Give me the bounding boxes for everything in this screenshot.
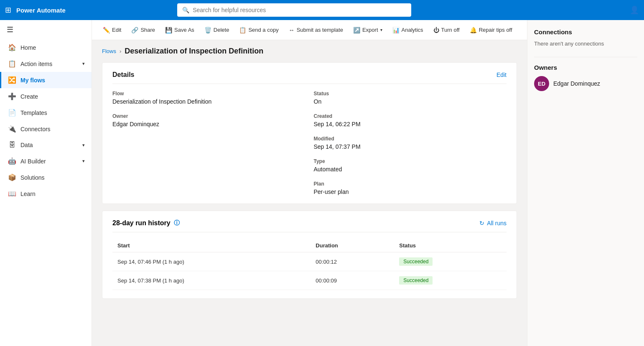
details-title: Details	[112, 71, 134, 79]
learn-icon: 📖	[8, 190, 16, 198]
detail-owner: Owner Edgar Dominquez	[112, 113, 305, 127]
status-badge: Succeeded	[399, 257, 433, 266]
sidebar-item-label: Data	[20, 142, 33, 148]
run-table: Start Duration Status Sep 14, 07:46 PM (…	[112, 239, 507, 290]
detail-type: Type Automated	[314, 158, 507, 173]
analytics-icon: 📊	[392, 27, 400, 33]
analytics-button[interactable]: 📊 Analytics	[388, 24, 428, 36]
topbar-user-icon[interactable]: 👤	[630, 5, 639, 15]
breadcrumb-current: Deserialization of Inspection Definition	[125, 47, 263, 56]
sidebar-item-home[interactable]: 🏠 Home	[0, 39, 92, 56]
search-bar[interactable]: 🔍	[177, 3, 411, 17]
detail-flow: Flow Deserialization of Inspection Defin…	[112, 91, 305, 105]
connectors-icon: 🔌	[8, 125, 16, 133]
sidebar-item-solutions[interactable]: 📦 Solutions	[0, 169, 92, 186]
breadcrumb-separator: ›	[120, 48, 121, 54]
share-icon: 🔗	[131, 27, 138, 33]
sidebar-item-create[interactable]: ➕ Create	[0, 88, 92, 104]
run-history-title-text: 28-day run history	[112, 219, 171, 227]
connections-section: Connections There aren't any connections	[534, 28, 637, 47]
col-duration: Duration	[311, 239, 394, 252]
table-row[interactable]: Sep 14, 07:38 PM (1 h ago) 00:00:09 Succ…	[112, 271, 507, 290]
templates-icon: 📄	[8, 109, 16, 117]
search-input[interactable]	[193, 7, 406, 13]
owner-name: Edgar Dominquez	[553, 80, 600, 87]
search-icon: 🔍	[182, 7, 189, 13]
save-as-icon: 💾	[165, 27, 172, 33]
sidebar-item-connectors[interactable]: 🔌 Connectors	[0, 121, 92, 137]
sidebar-item-label: Action items	[20, 61, 52, 67]
sidebar-item-label: Create	[20, 93, 38, 100]
send-copy-button[interactable]: 📋 Send a copy	[235, 24, 283, 36]
sidebar-item-data[interactable]: 🗄 Data ▾	[0, 137, 92, 153]
panel-divider	[534, 57, 637, 57]
sidebar-item-label: AI Builder	[20, 158, 46, 165]
edit-button[interactable]: ✏️ Edit	[99, 24, 125, 36]
action-items-icon: 📋	[8, 60, 16, 68]
data-icon: 🗄	[8, 141, 16, 149]
detail-spacer3	[112, 181, 305, 195]
detail-modified: Modified Sep 14, 07:37 PM	[314, 136, 507, 150]
solutions-icon: 📦	[8, 173, 16, 181]
detail-created: Created Sep 14, 06:22 PM	[314, 113, 507, 127]
run-start: Sep 14, 07:46 PM (1 h ago)	[112, 252, 311, 271]
detail-status: Status On	[314, 91, 507, 105]
status-value: On	[314, 98, 507, 105]
chevron-down-icon: ▾	[82, 142, 85, 148]
owners-section: Owners ED Edgar Dominquez	[534, 64, 637, 91]
details-grid: Flow Deserialization of Inspection Defin…	[112, 91, 507, 195]
repair-tips-button[interactable]: 🔔 Repair tips off	[466, 24, 517, 36]
sidebar-item-my-flows[interactable]: 🔀 My flows	[0, 72, 92, 88]
export-chevron-icon: ▾	[380, 28, 382, 32]
created-label: Created	[314, 113, 507, 119]
detail-spacer2	[112, 158, 305, 173]
sidebar-item-ai-builder[interactable]: 🤖 AI Builder ▾	[0, 153, 92, 169]
run-history-card: 28-day run history ⓘ ↻ All runs Start	[102, 211, 517, 299]
sidebar-item-label: Home	[20, 44, 36, 51]
refresh-icon: ↻	[479, 220, 484, 226]
breadcrumb-parent[interactable]: Flows	[102, 48, 116, 54]
flow-label: Flow	[112, 91, 305, 97]
type-value: Automated	[314, 166, 507, 173]
sidebar-item-label: Templates	[20, 109, 47, 116]
run-duration: 00:00:09	[311, 271, 394, 290]
all-runs-link[interactable]: ↻ All runs	[479, 220, 507, 226]
hamburger-icon[interactable]: ☰	[0, 20, 92, 39]
save-as-button[interactable]: 💾 Save As	[161, 24, 199, 36]
connections-empty-text: There aren't any connections	[534, 41, 637, 47]
type-label: Type	[314, 158, 507, 164]
delete-button[interactable]: 🗑️ Delete	[200, 24, 234, 36]
sidebar-item-learn[interactable]: 📖 Learn	[0, 186, 92, 202]
main-layout: ☰ 🏠 Home 📋 Action items ▾ 🔀 My flows ➕ C…	[0, 20, 644, 346]
share-button[interactable]: 🔗 Share	[127, 24, 159, 36]
export-button[interactable]: ↗️ Export ▾	[349, 24, 387, 36]
turn-off-icon: ⏻	[433, 27, 439, 33]
run-history-title: 28-day run history ⓘ	[112, 219, 180, 227]
sidebar-item-templates[interactable]: 📄 Templates	[0, 104, 92, 121]
turn-off-button[interactable]: ⏻ Turn off	[429, 24, 464, 36]
create-icon: ➕	[8, 92, 16, 100]
grid-icon[interactable]: ⊞	[5, 5, 11, 15]
details-edit-link[interactable]: Edit	[496, 71, 507, 78]
submit-template-icon: ↔️	[289, 27, 295, 33]
all-runs-label: All runs	[487, 220, 507, 226]
created-value: Sep 14, 06:22 PM	[314, 121, 507, 127]
modified-label: Modified	[314, 136, 507, 142]
home-icon: 🏠	[8, 43, 16, 51]
details-card-header: Details Edit	[112, 71, 507, 84]
owner-value: Edgar Dominquez	[112, 121, 305, 127]
breadcrumb: Flows › Deserialization of Inspection De…	[92, 40, 527, 59]
sidebar-item-label: Solutions	[20, 174, 45, 181]
cards-area: Details Edit Flow Deserialization of Ins…	[92, 59, 527, 309]
sidebar-item-action-items[interactable]: 📋 Action items ▾	[0, 56, 92, 72]
my-flows-icon: 🔀	[8, 76, 16, 84]
repair-tips-icon: 🔔	[470, 27, 477, 33]
submit-template-button[interactable]: ↔️ Submit as template	[285, 24, 347, 36]
sidebar-item-label: Connectors	[20, 126, 51, 132]
info-icon[interactable]: ⓘ	[174, 219, 180, 227]
table-row[interactable]: Sep 14, 07:46 PM (1 h ago) 00:00:12 Succ…	[112, 252, 507, 271]
sidebar: ☰ 🏠 Home 📋 Action items ▾ 🔀 My flows ➕ C…	[0, 20, 92, 346]
app-title: Power Automate	[16, 7, 66, 14]
status-label: Status	[314, 91, 507, 97]
details-card: Details Edit Flow Deserialization of Ins…	[102, 62, 517, 204]
